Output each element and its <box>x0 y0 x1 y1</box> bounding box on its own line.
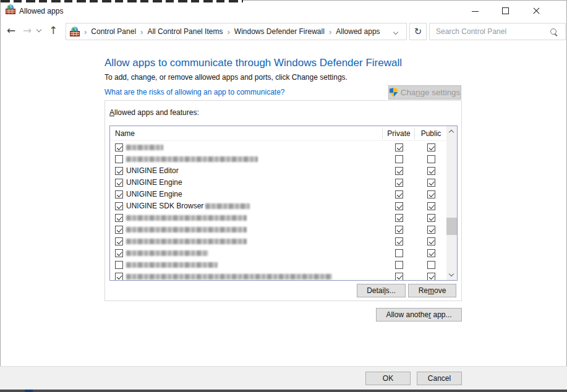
private-checkbox[interactable] <box>395 190 403 198</box>
private-checkbox[interactable] <box>395 237 403 245</box>
public-checkbox[interactable] <box>427 214 435 222</box>
public-checkbox[interactable] <box>427 167 435 175</box>
private-checkbox[interactable] <box>395 179 403 187</box>
app-name <box>126 259 218 271</box>
breadcrumb-item[interactable]: Windows Defender Firewall <box>234 27 325 36</box>
allow-another-app-button[interactable]: Allow another app... <box>376 308 462 322</box>
title-bar: Allowed apps <box>1 2 566 19</box>
page-subtext: To add, change, or remove allowed apps a… <box>104 73 347 82</box>
public-checkbox[interactable] <box>427 202 435 210</box>
recent-pages-chevron-icon[interactable] <box>36 27 41 32</box>
app-checkbox[interactable] <box>115 179 123 187</box>
column-public[interactable]: Public <box>415 126 447 141</box>
breadcrumb-item[interactable]: All Control Panel Items <box>147 27 223 36</box>
public-checkbox[interactable] <box>427 226 435 234</box>
private-checkbox[interactable] <box>395 214 403 222</box>
app-checkbox[interactable] <box>115 226 123 234</box>
public-checkbox[interactable] <box>427 261 435 269</box>
app-name <box>126 142 163 153</box>
refresh-button[interactable]: ↻ <box>409 23 427 40</box>
app-checkbox[interactable] <box>115 167 123 175</box>
remove-button[interactable]: Remove <box>408 284 456 297</box>
app-name: UNIGINE Editor <box>126 165 179 177</box>
app-checkbox[interactable] <box>115 261 123 269</box>
uac-shield-icon <box>390 88 398 97</box>
details-button[interactable]: Details... <box>357 284 406 297</box>
breadcrumb-item[interactable]: Control Panel <box>91 27 136 36</box>
column-name[interactable]: Name <box>115 126 135 141</box>
change-settings-button[interactable]: Change settings <box>388 85 461 100</box>
ok-button[interactable]: OK <box>365 372 411 385</box>
private-checkbox[interactable] <box>395 226 403 234</box>
private-checkbox[interactable] <box>395 143 403 151</box>
list-item[interactable] <box>110 259 446 271</box>
list-item[interactable]: UNIGINE Engine <box>110 177 446 189</box>
column-separator <box>382 128 383 139</box>
list-item[interactable] <box>110 142 446 153</box>
column-private[interactable]: Private <box>383 126 415 141</box>
app-name: UNIGINE Engine <box>126 177 182 189</box>
app-checkbox[interactable] <box>115 273 123 281</box>
maximize-icon <box>502 7 509 14</box>
scroll-up-button[interactable] <box>446 126 457 137</box>
maximize-button[interactable] <box>492 2 519 19</box>
group-label: Allowed apps and features: <box>109 108 199 117</box>
minimize-icon <box>472 11 479 12</box>
public-checkbox[interactable] <box>427 190 435 198</box>
app-checkbox[interactable] <box>115 237 123 245</box>
app-checkbox[interactable] <box>115 214 123 222</box>
dialog-button-bar: OK Cancel <box>0 366 567 390</box>
public-checkbox[interactable] <box>427 155 435 163</box>
private-checkbox[interactable] <box>395 167 403 175</box>
list-item[interactable] <box>110 153 446 165</box>
private-checkbox[interactable] <box>395 261 403 269</box>
risks-link[interactable]: What are the risks of allowing an app to… <box>104 88 284 96</box>
page-title: Allow apps to communicate through Window… <box>104 57 402 69</box>
scroll-down-button[interactable] <box>446 270 457 280</box>
list-item[interactable]: UNIGINE SDK Browser <box>110 200 446 212</box>
list-item[interactable] <box>110 236 446 247</box>
public-checkbox[interactable] <box>427 237 435 245</box>
public-checkbox[interactable] <box>427 249 435 257</box>
app-checkbox[interactable] <box>115 155 123 163</box>
app-checkbox[interactable] <box>115 249 123 257</box>
private-checkbox[interactable] <box>395 249 403 257</box>
cancel-button[interactable]: Cancel <box>417 372 462 385</box>
list-scrollbar[interactable] <box>446 126 457 280</box>
window-bottom-edge <box>0 390 567 392</box>
redacted-text <box>126 156 258 162</box>
address-bar[interactable]: ›Control Panel›All Control Panel Items›W… <box>66 23 407 40</box>
address-dropdown-chevron-icon[interactable] <box>393 30 398 35</box>
back-button[interactable]: ← <box>3 22 19 38</box>
forward-button[interactable]: → <box>19 22 35 38</box>
public-checkbox[interactable] <box>427 179 435 187</box>
allowed-apps-list[interactable]: Name Private Public UNIGINE Editor UNIGI… <box>109 126 458 281</box>
public-checkbox[interactable] <box>427 273 435 281</box>
list-rows: UNIGINE Editor UNIGINE Engine UNIGINE En… <box>110 142 446 281</box>
navigation-toolbar: ← → ↑ ›Control Panel›All Control Panel I… <box>1 19 566 43</box>
list-item[interactable]: UNIGINE Editor <box>110 165 446 177</box>
app-checkbox[interactable] <box>115 143 123 151</box>
list-item[interactable] <box>110 212 446 224</box>
list-item[interactable] <box>110 247 446 259</box>
redacted-text <box>126 145 163 150</box>
list-item[interactable] <box>110 271 446 281</box>
list-item[interactable]: UNIGINE Engine <box>110 189 446 200</box>
minimize-button[interactable] <box>461 2 489 19</box>
breadcrumb-separator-icon: › <box>80 27 91 36</box>
close-button[interactable] <box>522 2 550 19</box>
search-input[interactable] <box>436 24 547 39</box>
private-checkbox[interactable] <box>395 202 403 210</box>
list-item[interactable] <box>110 224 446 236</box>
redacted-text <box>126 262 218 268</box>
private-checkbox[interactable] <box>395 155 403 163</box>
app-checkbox[interactable] <box>115 190 123 198</box>
list-header: Name Private Public <box>110 126 446 141</box>
public-checkbox[interactable] <box>427 143 435 151</box>
search-box[interactable] <box>429 23 566 40</box>
up-button[interactable]: ↑ <box>45 22 61 38</box>
app-checkbox[interactable] <box>115 202 123 210</box>
scrollbar-thumb[interactable] <box>446 218 457 235</box>
breadcrumb-item[interactable]: Allowed apps <box>336 27 380 36</box>
private-checkbox[interactable] <box>395 273 403 281</box>
